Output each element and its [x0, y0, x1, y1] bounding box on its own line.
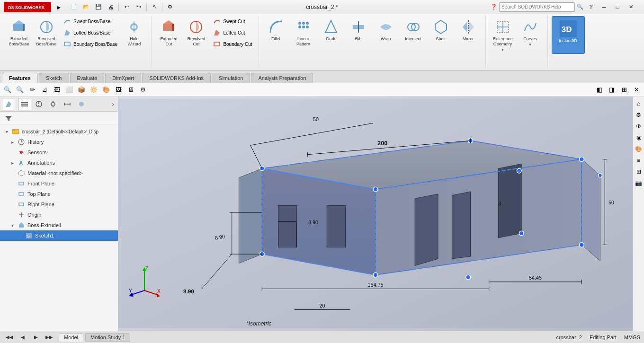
light-sub-btn[interactable]: 🔆: [88, 85, 99, 95]
tree-item-boss-extrude1[interactable]: ▾ Boss-Extrude1: [0, 220, 118, 230]
revolved-boss-btn[interactable]: RevolvedBoss/Base: [33, 16, 60, 50]
panel-tab-property-mgr[interactable]: [32, 98, 45, 110]
panel-tab-display-mgr[interactable]: [75, 98, 88, 110]
tab-analysis-prep[interactable]: Analysis Preparation: [251, 73, 313, 83]
tree-expand-annotations[interactable]: ▸: [9, 160, 15, 166]
intersect-btn[interactable]: Intersect: [400, 16, 427, 50]
revolved-boss-label: RevolvedBoss/Base: [36, 36, 56, 47]
tree-expand-history[interactable]: ▸: [9, 140, 15, 145]
right-appear-btn[interactable]: 🎨: [634, 144, 644, 154]
layout-left-btn[interactable]: ◧: [594, 85, 605, 95]
right-settings-btn[interactable]: ⚙: [634, 110, 644, 120]
print-btn[interactable]: 🖨: [105, 1, 116, 13]
layout-expand-btn[interactable]: ⊞: [618, 85, 630, 95]
question-btn[interactable]: ?: [585, 1, 597, 13]
filter-icon[interactable]: [4, 114, 13, 123]
right-list-btn[interactable]: ≡: [634, 155, 644, 166]
hole-wizard-btn[interactable]: HoleWizard: [121, 16, 147, 50]
search-input[interactable]: [499, 2, 575, 12]
nav-next-btn[interactable]: ▶: [30, 332, 42, 343]
minimize-btn[interactable]: ─: [599, 1, 610, 13]
options-btn[interactable]: ⚙: [164, 1, 176, 13]
boundary-boss-btn[interactable]: Boundary Boss/Base: [61, 39, 120, 49]
extruded-cut-btn[interactable]: ExtrudedCut: [155, 16, 182, 50]
tab-solidworks-addins[interactable]: SOLIDWORKS Add-Ins: [142, 73, 211, 83]
status-tab-motion[interactable]: Motion Study 1: [85, 333, 130, 342]
extruded-boss-btn[interactable]: ExtrudedBoss/Base: [6, 16, 32, 50]
right-view-btn[interactable]: 👁: [634, 121, 644, 132]
boundary-cut-btn[interactable]: Boundary Cut: [210, 39, 254, 49]
tree-item-top-plane[interactable]: Top Plane: [0, 189, 118, 199]
tree-item-right-plane[interactable]: Right Plane: [0, 199, 118, 210]
smart-dimension-btn[interactable]: ⊿: [39, 85, 50, 95]
scene-sub-btn[interactable]: 🖼: [113, 85, 124, 95]
tree-expand-boss-extrude1[interactable]: ▾: [9, 223, 15, 228]
linear-pattern-btn[interactable]: LinearPattern: [290, 16, 317, 50]
wrap-btn[interactable]: Wrap: [373, 16, 399, 50]
lofted-boss-btn[interactable]: Lofted Boss/Base: [61, 27, 120, 38]
settings-sub-btn[interactable]: ⚙: [137, 85, 149, 95]
panel-tab-config-mgr[interactable]: [46, 98, 60, 110]
close-btn[interactable]: ✕: [625, 1, 636, 13]
panel-tab-model[interactable]: [2, 98, 15, 110]
undo-btn[interactable]: ↩: [121, 1, 132, 13]
panel-tab-feature-mgr[interactable]: [18, 98, 31, 110]
maximize-btn[interactable]: □: [612, 1, 623, 13]
tab-dimxpert[interactable]: DimXpert: [105, 73, 141, 83]
viewport[interactable]: 200 50 8.90 8.90 154.75 54.45: [118, 97, 633, 331]
curves-btn[interactable]: Curves ▼: [517, 16, 544, 50]
nav-first-btn[interactable]: ◀◀: [4, 332, 15, 343]
fillet-btn[interactable]: Fillet: [263, 16, 289, 50]
tree-item-material[interactable]: Material <not specified>: [0, 168, 118, 178]
rib-btn[interactable]: Rib: [345, 16, 372, 50]
layout-right-btn[interactable]: ◨: [606, 85, 617, 95]
nav-prev-btn[interactable]: ◀: [17, 332, 28, 343]
tab-simulation[interactable]: Simulation: [212, 73, 250, 83]
mirror-label: Mirror: [463, 36, 474, 42]
lofted-cut-btn[interactable]: Lofted Cut: [210, 27, 254, 38]
new-btn[interactable]: 📄: [68, 1, 80, 13]
search-sub-btn[interactable]: 🔍: [2, 85, 13, 95]
tree-item-origin[interactable]: Origin: [0, 210, 118, 220]
tree-item-history[interactable]: ▸ History: [0, 137, 118, 147]
right-display-btn[interactable]: ◉: [634, 132, 644, 143]
zoom-sub-btn[interactable]: 🔍: [14, 85, 26, 95]
quick-access-btn[interactable]: ▸: [53, 1, 64, 13]
tree-item-sensors[interactable]: Sensors: [0, 147, 118, 158]
right-table-btn[interactable]: ⊞: [634, 167, 644, 177]
nav-last-btn[interactable]: ▶▶: [44, 332, 55, 343]
open-btn[interactable]: 📂: [80, 1, 92, 13]
monitor-sub-btn[interactable]: 🖥: [125, 85, 136, 95]
select-btn[interactable]: ↖: [149, 1, 160, 13]
box-select-btn[interactable]: ⬜: [63, 85, 75, 95]
revolved-cut-btn[interactable]: RevolvedCut: [183, 16, 209, 50]
layout-close-btn[interactable]: ✕: [631, 85, 642, 95]
tab-sketch[interactable]: Sketch: [39, 73, 69, 83]
view-sub-btn[interactable]: 📦: [76, 85, 87, 95]
tab-features[interactable]: Features: [2, 73, 38, 83]
shell-btn[interactable]: Shell: [428, 16, 454, 50]
panel-expand-btn[interactable]: ›: [110, 99, 116, 109]
color-sub-btn[interactable]: 🎨: [100, 85, 112, 95]
instant3d-btn[interactable]: 3D Instant3D: [552, 16, 585, 54]
tree-item-root[interactable]: ▾ crossbar_2 (Default<<Default>_Disp: [0, 126, 118, 137]
draft-btn[interactable]: Draft: [318, 16, 344, 50]
tree-icon-root: [11, 127, 20, 136]
select-sub-btn[interactable]: ✏: [27, 85, 38, 95]
right-home-btn[interactable]: ⌂: [634, 98, 644, 109]
tree-expand-root[interactable]: ▾: [4, 129, 9, 134]
tree-item-annotations[interactable]: ▸ A Annotations: [0, 158, 118, 168]
status-tab-model[interactable]: Model: [59, 333, 83, 342]
reference-geometry-btn[interactable]: ReferenceGeometry ▼: [490, 16, 516, 54]
swept-cut-btn[interactable]: Swept Cut: [210, 16, 254, 26]
redo-btn[interactable]: ↪: [133, 1, 144, 13]
save-btn[interactable]: 💾: [93, 1, 104, 13]
mirror-btn[interactable]: Mirror: [455, 16, 482, 50]
display-sub-btn[interactable]: 🖼: [51, 85, 63, 95]
tree-item-front-plane[interactable]: Front Plane: [0, 178, 118, 189]
swept-boss-btn[interactable]: Swept Boss/Base: [61, 16, 120, 26]
right-camera-btn[interactable]: 📷: [634, 178, 644, 188]
tree-item-sketch1[interactable]: S Sketch1: [0, 230, 118, 241]
panel-tab-dim-mgr[interactable]: [61, 98, 74, 110]
tab-evaluate[interactable]: Evaluate: [70, 73, 105, 83]
